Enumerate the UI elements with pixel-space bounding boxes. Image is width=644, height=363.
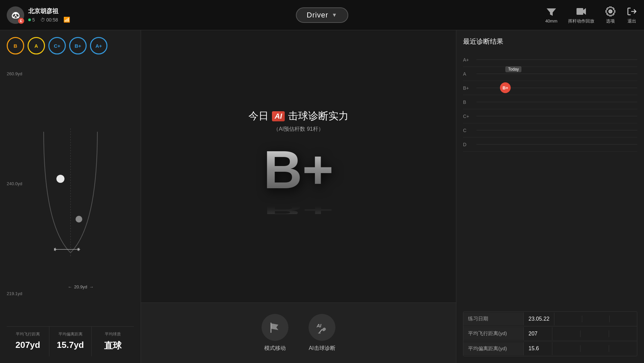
stat-deviation: 平均偏离距离 15.7yd	[49, 327, 92, 356]
score-display: 5	[28, 17, 35, 23]
header-right: 40mm 挥杆动作回放 选项 退出	[545, 6, 637, 24]
mode-move-action[interactable]: 模式移动	[262, 314, 288, 352]
trajectory-chart	[20, 125, 121, 259]
grade-label-c: C	[463, 128, 476, 133]
svg-rect-0	[577, 8, 583, 15]
exit-icon	[627, 6, 637, 17]
ai-logo: AI	[272, 111, 285, 121]
grade-label-bplus: B+	[463, 85, 476, 91]
grade-badge-cp[interactable]: C+	[48, 37, 66, 54]
stat-quality: 平均球质 直球	[92, 327, 134, 356]
grade-line-aplus	[476, 59, 637, 60]
table-flight-col3	[581, 330, 609, 337]
stat-deviation-value: 15.7yd	[53, 340, 88, 350]
grade-chart: A+ A Today B+ B+ B	[463, 53, 637, 305]
user-info: 🐼 E 北京胡彦祖 5 ⏱ 00:58 📶	[7, 6, 70, 24]
ai-diagnosis-label: AI击球诊断	[309, 345, 335, 352]
avatar: 🐼 E	[7, 6, 24, 24]
table-row-date: 练习日期 23.05.22	[463, 312, 637, 326]
table-flight-value: 207	[524, 327, 552, 340]
table-flight-col2	[552, 330, 581, 337]
time-value: 00:58	[46, 17, 58, 23]
video-icon	[576, 6, 587, 17]
current-grade-marker: B+	[500, 82, 511, 93]
chevron-down-icon: ▼	[332, 12, 337, 18]
svg-line-11	[319, 329, 322, 333]
flag-icon	[262, 314, 288, 341]
grade-row-b: B	[463, 95, 637, 109]
table-deviation-value: 15.6	[524, 342, 552, 355]
wifi-icon: 📶	[63, 17, 70, 23]
title-prefix: 今日	[248, 109, 269, 123]
y-label-top: 260.9yd	[7, 71, 29, 76]
club-selector[interactable]: Driver ▼	[296, 7, 348, 23]
grade-row-c: C	[463, 123, 637, 137]
ai-golf-icon: AI	[309, 314, 335, 341]
user-name: 北京胡彦祖	[28, 7, 70, 15]
y-label-bot: 219.1yd	[7, 291, 29, 296]
center-bottom: 模式移动 AI AI击球诊断	[141, 302, 456, 363]
status-dot	[28, 18, 31, 21]
svg-point-4	[56, 175, 64, 183]
right-panel: 最近诊断结果 A+ A Today B+ B+	[456, 30, 644, 363]
svg-point-12	[318, 332, 321, 334]
svg-point-5	[76, 216, 82, 223]
replay-action[interactable]: 挥杆动作回放	[568, 6, 594, 24]
grade-row-a: A Today	[463, 67, 637, 81]
header-center: Driver ▼	[296, 7, 348, 23]
grade-badge-ap[interactable]: A+	[90, 37, 107, 54]
ai-diagnosis-action[interactable]: AI AI击球诊断	[309, 314, 335, 352]
width-value: 20.9yd	[74, 284, 87, 289]
grade-line-bplus: B+	[476, 88, 637, 88]
grade-display: B+	[264, 143, 334, 197]
exit-action[interactable]: 退出	[627, 6, 637, 24]
main-content: B A C+ B+ A+ 260.9yd 240.0yd 219.1yd	[0, 30, 644, 363]
filter-icon	[546, 6, 557, 17]
table-row-flight: 平均飞行距离(yd) 207	[463, 326, 637, 341]
replay-label: 挥杆动作回放	[568, 18, 594, 24]
grade-badge-a[interactable]: A	[28, 37, 45, 54]
settings-label: 选项	[606, 18, 615, 24]
user-meta: 5 ⏱ 00:58 📶	[28, 16, 70, 23]
stat-flight-value: 207yd	[10, 340, 46, 350]
table-deviation-col4	[609, 345, 637, 352]
score-value: 5	[32, 17, 35, 23]
trajectory-area: 260.9yd 240.0yd 219.1yd	[7, 61, 134, 323]
gear-icon	[605, 6, 616, 17]
header: 🐼 E 北京胡彦祖 5 ⏱ 00:58 📶 Driver	[0, 0, 644, 30]
grade-line-cplus	[476, 116, 637, 116]
stat-flight-label: 平均飞行距离	[10, 331, 46, 337]
grade-row-aplus: A+	[463, 53, 637, 67]
grade-label-b: B	[463, 99, 476, 105]
stat-quality-label: 平均球质	[95, 331, 131, 337]
grade-line-b	[476, 102, 637, 102]
table-date-value: 23.05.22	[524, 313, 554, 325]
filter-action[interactable]: 40mm	[545, 6, 557, 24]
svg-text:AI: AI	[316, 323, 322, 328]
grade-row-d: D	[463, 137, 637, 152]
table-date-col4	[610, 316, 637, 322]
table-deviation-col3	[581, 345, 609, 352]
grade-row-bplus: B+ B+	[463, 81, 637, 95]
table-header-deviation: 平均偏离距离(yd)	[463, 342, 524, 355]
width-label: ← 20.9yd →	[68, 284, 94, 289]
grade-label-aplus: A+	[463, 57, 476, 63]
table-header-flight: 平均飞行距离(yd)	[463, 327, 524, 340]
grade-badges: B A C+ B+ A+	[7, 37, 134, 54]
data-table: 练习日期 23.05.22 平均飞行距离(yd) 207 平均偏离距离(yd) …	[463, 311, 637, 356]
grade-line-c	[476, 130, 637, 130]
ai-golf-svg: AI	[315, 320, 329, 335]
center-panel: 今日 AI 击球诊断实力 （AI预估杆数 91杆） B+ B+	[141, 30, 456, 363]
stat-flight: 平均飞行距离 207yd	[7, 327, 49, 356]
trajectory-y-labels: 260.9yd 240.0yd 219.1yd	[7, 61, 29, 323]
clock-icon: ⏱	[40, 17, 45, 23]
table-date-col2	[554, 316, 582, 322]
grade-reflection: B+	[264, 206, 334, 214]
exit-label: 退出	[628, 18, 636, 24]
grade-badge-b[interactable]: B	[7, 37, 24, 54]
grade-label-a: A	[463, 71, 476, 77]
grade-badge-bp[interactable]: B+	[69, 37, 87, 54]
user-details: 北京胡彦祖 5 ⏱ 00:58 📶	[28, 7, 70, 23]
settings-action[interactable]: 选项	[605, 6, 616, 24]
stat-deviation-label: 平均偏离距离	[53, 331, 88, 337]
